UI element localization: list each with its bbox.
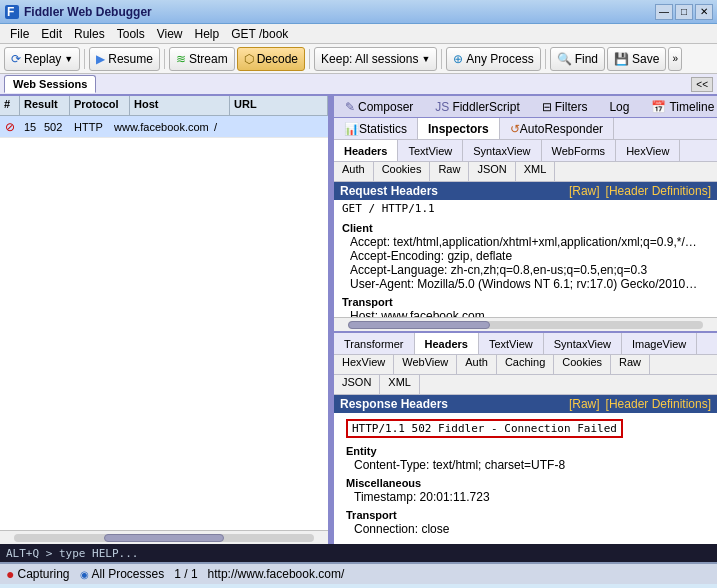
resp-entity-section: Entity Content-Type: text/html; charset=…: [338, 444, 713, 472]
resp-tab-webview[interactable]: WebView: [394, 355, 457, 374]
resp-tab-auth[interactable]: Auth: [457, 355, 497, 374]
menu-help[interactable]: Help: [189, 24, 226, 44]
status-fraction: 1 / 1: [174, 567, 197, 581]
resp-tab-xml[interactable]: XML: [380, 375, 420, 394]
resp-tab-caching[interactable]: Caching: [497, 355, 554, 374]
tab-timeline[interactable]: 📅 Timeline: [640, 96, 717, 117]
resp-tab-transformer[interactable]: Transformer: [334, 333, 415, 354]
resp-transport-title: Transport: [338, 508, 713, 522]
save-button[interactable]: 💾 Save: [607, 47, 666, 71]
resp-tab-json[interactable]: JSON: [334, 375, 380, 394]
stream-button[interactable]: ≋ Stream: [169, 47, 235, 71]
filter-icon: ⊟: [542, 100, 552, 114]
menu-bar: File Edit Rules Tools View Help GET /boo…: [0, 24, 717, 44]
response-content: HTTP/1.1 502 Fiddler - Connection Failed…: [334, 413, 717, 544]
status-processes[interactable]: ◉ All Processes: [80, 567, 165, 581]
req-tab-raw[interactable]: Raw: [430, 162, 469, 181]
find-button[interactable]: 🔍 Find: [550, 47, 605, 71]
decode-icon: ⬡: [244, 52, 254, 66]
resume-button[interactable]: ▶ Resume: [89, 47, 160, 71]
resp-tab-hexview[interactable]: HexView: [334, 355, 394, 374]
replay-dropdown-icon[interactable]: ▼: [64, 54, 73, 64]
response-header-links: [Raw] [Header Definitions]: [569, 397, 711, 411]
req-tab-auth[interactable]: Auth: [334, 162, 374, 181]
col-url: URL: [230, 96, 328, 115]
resp-tab-syntaxview[interactable]: SyntaxView: [544, 333, 622, 354]
tab-fiddler-script[interactable]: JS FiddlerScript: [424, 96, 530, 117]
request-hscroll-thumb: [348, 321, 490, 329]
request-hscroll[interactable]: [334, 317, 717, 331]
more-button[interactable]: »: [668, 47, 682, 71]
req-tab-headers[interactable]: Headers: [334, 140, 398, 161]
resp-tab-cookies[interactable]: Cookies: [554, 355, 611, 374]
tab-composer[interactable]: ✎ Composer: [334, 96, 424, 117]
client-title: Client: [334, 221, 717, 235]
window-title: Fiddler Web Debugger: [24, 5, 655, 19]
req-tab-webforms[interactable]: WebForms: [542, 140, 617, 161]
menu-tools[interactable]: Tools: [111, 24, 151, 44]
resp-tab-imageview[interactable]: ImageView: [622, 333, 697, 354]
replay-icon: ⟳: [11, 52, 21, 66]
ws-arrow-button[interactable]: <<: [691, 77, 713, 92]
window-controls: — □ ✕: [655, 4, 713, 20]
req-tab-hexview[interactable]: HexView: [616, 140, 680, 161]
resp-transport-content: Connection: close: [338, 522, 713, 536]
maximize-button[interactable]: □: [675, 4, 693, 20]
resp-tab-raw[interactable]: Raw: [611, 355, 650, 374]
tab-auto-responder[interactable]: ↺ AutoResponder: [500, 118, 614, 139]
menu-get-book[interactable]: GET /book: [225, 24, 294, 44]
req-tab-cookies[interactable]: Cookies: [374, 162, 431, 181]
status-url: http://www.facebook.com/: [208, 567, 345, 581]
request-raw-link[interactable]: [Raw]: [569, 184, 600, 198]
response-tabs-row1: Transformer Headers TextView SyntaxView …: [334, 333, 717, 355]
resp-misc-title: Miscellaneous: [338, 476, 713, 490]
request-header-defs-link[interactable]: [Header Definitions]: [606, 184, 711, 198]
process-label: All Processes: [92, 567, 165, 581]
resp-entity-content: Content-Type: text/html; charset=UTF-8: [338, 458, 713, 472]
req-tab-xml[interactable]: XML: [516, 162, 556, 181]
req-tab-textview[interactable]: TextView: [398, 140, 463, 161]
minimize-button[interactable]: —: [655, 4, 673, 20]
statistics-icon: 📊: [344, 122, 359, 136]
keep-dropdown-icon[interactable]: ▼: [421, 54, 430, 64]
resp-tab-headers[interactable]: Headers: [415, 333, 479, 354]
left-hscroll[interactable]: [0, 530, 328, 544]
decode-button[interactable]: ⬡ Decode: [237, 47, 305, 71]
content-area: # Result Protocol Host URL ⊘ 15 502 HTTP…: [0, 96, 717, 544]
tab-statistics[interactable]: 📊 Statistics: [334, 118, 418, 139]
script-icon: JS: [435, 100, 449, 114]
auto-responder-icon: ↺: [510, 122, 520, 136]
sep1: [84, 49, 85, 69]
title-bar: F Fiddler Web Debugger — □ ✕: [0, 0, 717, 24]
menu-rules[interactable]: Rules: [68, 24, 111, 44]
resp-tab-textview[interactable]: TextView: [479, 333, 544, 354]
process-button[interactable]: ⊕ Any Process: [446, 47, 540, 71]
cmd-text[interactable]: ALT+Q > type HELP...: [6, 547, 138, 560]
resp-transport-item-0: Connection: close: [354, 522, 697, 536]
tab-filters[interactable]: ⊟ Filters: [531, 96, 599, 117]
web-sessions-tab[interactable]: Web Sessions: [4, 75, 96, 93]
client-section: Client Accept: text/html,application/xht…: [334, 221, 717, 291]
capture-icon: ●: [6, 566, 14, 582]
menu-edit[interactable]: Edit: [35, 24, 68, 44]
resp-entity-title: Entity: [338, 444, 713, 458]
transport-content: Host: www.facebook.com Proxy-Connection:…: [334, 309, 717, 317]
response-header-defs-link[interactable]: [Header Definitions]: [606, 397, 711, 411]
tab-log[interactable]: Log: [598, 96, 640, 117]
menu-file[interactable]: File: [4, 24, 35, 44]
session-row[interactable]: ⊘ 15 502 HTTP www.facebook.com /: [0, 116, 328, 138]
left-hscroll-thumb: [104, 534, 224, 542]
keep-button[interactable]: Keep: All sessions ▼: [314, 47, 437, 71]
response-area: Transformer Headers TextView SyntaxView …: [334, 331, 717, 544]
status-bar: ● Capturing ◉ All Processes 1 / 1 http:/…: [0, 562, 717, 584]
response-headers-title: Response Headers: [340, 397, 448, 411]
tab-inspectors[interactable]: Inspectors: [418, 118, 500, 139]
req-tab-json[interactable]: JSON: [469, 162, 515, 181]
response-raw-link[interactable]: [Raw]: [569, 397, 600, 411]
replay-button[interactable]: ⟳ Replay ▼: [4, 47, 80, 71]
req-tab-syntaxview[interactable]: SyntaxView: [463, 140, 541, 161]
close-button[interactable]: ✕: [695, 4, 713, 20]
client-item-0: Accept: text/html,application/xhtml+xml,…: [350, 235, 701, 249]
request-first-line: GET / HTTP/1.1: [334, 200, 717, 217]
menu-view[interactable]: View: [151, 24, 189, 44]
